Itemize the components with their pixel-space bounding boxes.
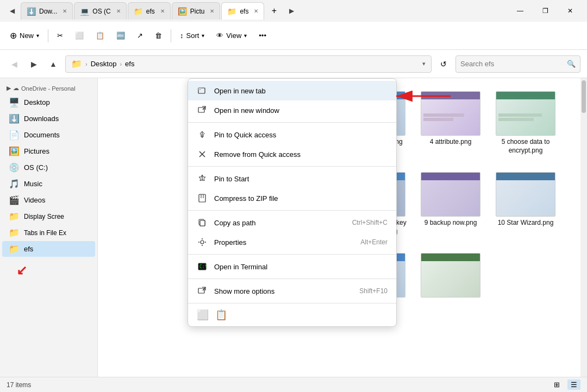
share-button[interactable]: ↗ [132, 26, 148, 46]
up-button[interactable]: ▲ [46, 56, 61, 72]
tab-os-icon: 💻 [80, 7, 89, 16]
new-button[interactable]: ⊕ New ▾ [4, 26, 45, 46]
search-input[interactable] [460, 60, 564, 68]
ctx-terminal-label: Open in Terminal [214, 263, 388, 271]
tab-pictures[interactable]: 🖼️ Pictu ✕ [172, 2, 221, 20]
music-icon: 🎵 [9, 179, 20, 189]
ctx-open-tab-label: Open in new tab [214, 87, 388, 95]
ctx-remove-quick-access[interactable]: Remove from Quick access [188, 144, 396, 164]
sidebar-item-desktop[interactable]: 🖥️ Desktop [2, 94, 95, 110]
ctx-pin-start-label: Pin to Start [214, 175, 388, 183]
grid-view-button[interactable]: ⊞ [551, 380, 563, 390]
tab-efs2[interactable]: 📁 efs ✕ [221, 2, 264, 20]
breadcrumb-sep: › [120, 61, 122, 67]
ctx-paste-icon[interactable]: 📋 [215, 309, 227, 321]
sidebar-item-pictures[interactable]: 🖼️ Pictures [2, 143, 95, 159]
ctx-sep-6 [188, 303, 396, 304]
cut-button[interactable]: ✂ [52, 26, 68, 46]
sidebar-item-tabs[interactable]: 📁 Tabs in File Ex [2, 225, 95, 241]
ctx-open-new-window[interactable]: Open in new window [188, 100, 396, 120]
ctx-show-more-icon [197, 286, 208, 296]
tab-downloads-close[interactable]: ✕ [63, 8, 67, 14]
file-item-12[interactable] [415, 249, 486, 304]
sidebar-item-videos[interactable]: 🎬 Videos [2, 192, 95, 208]
sidebar: ▶ ☁ OneDrive - Personal 🖥️ Desktop ⬇️ Do… [0, 78, 98, 377]
onedrive-icon: ☁ [13, 85, 19, 92]
ctx-pin-start[interactable]: Pin to Start [188, 169, 396, 188]
tab-pictures-close[interactable]: ✕ [210, 8, 214, 14]
sidebar-label-music: Music [24, 180, 42, 188]
scrollbar[interactable] [580, 78, 587, 377]
paste-button[interactable]: 📋 [90, 26, 110, 46]
breadcrumb-efs: efs [125, 60, 134, 68]
ctx-sep-4 [188, 254, 396, 255]
view-label: View [226, 31, 241, 40]
tab-downloads[interactable]: ⬇️ Dow... ✕ [21, 2, 73, 20]
ctx-copy-icon[interactable]: ⬜ [197, 309, 209, 321]
tab-efs1-close[interactable]: ✕ [160, 8, 165, 14]
copy-button[interactable]: ⬜ [70, 26, 89, 46]
ctx-open-terminal[interactable]: C:\ Open in Terminal [188, 257, 396, 276]
sort-label: Sort [186, 31, 199, 40]
sidebar-label-tabs: Tabs in File Ex [24, 229, 66, 237]
tab-scroll-right[interactable]: ▶ [284, 3, 299, 18]
close-button[interactable]: ✕ [558, 2, 583, 20]
minimize-button[interactable]: — [508, 2, 533, 20]
sidebar-item-downloads[interactable]: ⬇️ Downloads [2, 111, 95, 127]
more-button[interactable]: ••• [253, 26, 272, 46]
scrollbar-thumb[interactable] [582, 80, 586, 113]
tab-os[interactable]: 💻 OS (C ✕ [74, 2, 126, 20]
paste-icon: 📋 [96, 31, 104, 40]
tab-scroll-left[interactable]: ◀ [4, 3, 20, 18]
window-controls: — ❐ ✕ [508, 2, 583, 20]
forward-button[interactable]: ▶ [26, 56, 41, 72]
view-button[interactable]: 👁 View ▾ [211, 26, 252, 46]
ctx-show-more[interactable]: Show more options Shift+F10 [188, 281, 396, 301]
list-view-button[interactable]: ☰ [567, 380, 580, 390]
tab-downloads-label: Dow... [39, 8, 57, 15]
tab-efs1[interactable]: 📁 efs ✕ [128, 2, 171, 20]
ctx-zip-label: Compress to ZIP file [214, 194, 388, 203]
sort-button[interactable]: ↕ Sort ▾ [174, 26, 210, 46]
tab-downloads-icon: ⬇️ [27, 7, 36, 16]
ctx-compress-zip[interactable]: Compress to ZIP file [188, 188, 396, 208]
breadcrumb-desktop: Desktop [91, 60, 117, 68]
ctx-bottom-icons: ⬜ 📋 [188, 306, 396, 324]
cut-icon: ✂ [57, 31, 63, 40]
file-thumbnail-12 [421, 253, 480, 298]
search-box[interactable]: 🔍 [455, 55, 580, 73]
ctx-remove-label: Remove from Quick access [214, 150, 388, 159]
ctx-properties-label: Properties [214, 238, 354, 246]
main-layout: ▶ ☁ OneDrive - Personal 🖥️ Desktop ⬇️ Do… [0, 78, 587, 377]
ctx-pin-quick-access[interactable]: Pin to Quick access [188, 125, 396, 144]
rename-button[interactable]: 🔤 [111, 26, 130, 46]
breadcrumb-chevron-icon: ▾ [422, 60, 426, 67]
view-chevron-icon: ▾ [244, 33, 247, 39]
breadcrumb[interactable]: 📁 › Desktop › efs ▾ [65, 55, 432, 73]
sidebar-item-music[interactable]: 🎵 Music [2, 176, 95, 192]
tab-efs2-close[interactable]: ✕ [254, 8, 258, 14]
red-arrow [391, 85, 456, 109]
file-item-9[interactable]: 9 backup now.png [415, 168, 486, 240]
maximize-button[interactable]: ❐ [533, 2, 558, 20]
ctx-copy-path[interactable]: Copy as path Ctrl+Shift+C [188, 213, 396, 232]
search-icon: 🔍 [567, 60, 576, 68]
refresh-button[interactable]: ↺ [436, 56, 451, 72]
tab-os-close[interactable]: ✕ [116, 8, 121, 14]
file-item-10[interactable]: 10 Star Wizard.png [490, 168, 561, 240]
new-tab-button[interactable]: + [265, 2, 283, 20]
ctx-open-window-icon [197, 105, 208, 116]
sidebar-label-os: OS (C:) [24, 163, 48, 172]
videos-icon: 🎬 [9, 195, 20, 205]
sidebar-item-efs[interactable]: 📁 efs [2, 241, 95, 257]
svg-rect-16 [200, 220, 205, 226]
delete-button[interactable]: 🗑 [149, 26, 167, 46]
sidebar-item-os[interactable]: 💿 OS (C:) [2, 160, 95, 175]
file-item-5[interactable]: 5 choose data to encrypt.png [490, 87, 561, 159]
sidebar-item-display[interactable]: 📁 Display Scree [2, 208, 95, 224]
ctx-open-new-tab[interactable]: Open in new tab [188, 81, 396, 100]
back-button[interactable]: ◀ [7, 56, 22, 72]
sidebar-item-documents[interactable]: 📄 Documents [2, 127, 95, 143]
ctx-properties[interactable]: Properties Alt+Enter [188, 232, 396, 252]
efs-icon: 📁 [9, 244, 20, 254]
